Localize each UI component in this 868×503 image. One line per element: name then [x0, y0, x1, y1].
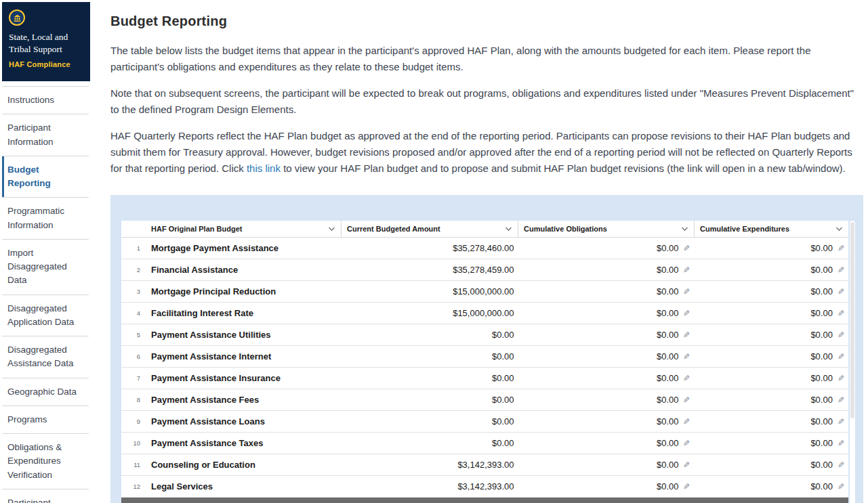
edit-icon[interactable]: ✎	[838, 244, 844, 253]
sidebar-item-budget-reporting[interactable]: Budget Reporting	[2, 156, 89, 198]
edit-icon[interactable]: ✎	[683, 374, 690, 383]
edit-icon[interactable]: ✎	[838, 460, 844, 470]
table-row: 8Payment Assistance Fees$0.00$0.00✎$0.00…	[121, 389, 848, 411]
edit-icon[interactable]: ✎	[683, 439, 690, 448]
app-root: State, Local and Tribal Support HAF Comp…	[0, 0, 868, 503]
table-row: 1Mortgage Payment Assistance$35,278,460.…	[121, 238, 848, 259]
edit-icon[interactable]: ✎	[683, 309, 690, 318]
row-number: 12	[121, 476, 146, 498]
cumulative-obligations-amount: $0.00✎	[518, 476, 695, 498]
edit-icon[interactable]: ✎	[838, 395, 844, 405]
cumulative-expenditures-amount: $0.00✎	[695, 368, 848, 389]
edit-icon[interactable]: ✎	[683, 330, 690, 340]
quarterly-report-paragraph: HAF Quarterly Reports reflect the HAF Pl…	[110, 128, 863, 177]
sidebar-item-instructions[interactable]: Instructions	[2, 86, 89, 114]
budget-item-name: Payment Assistance Internet	[146, 346, 342, 368]
chevron-down-icon[interactable]	[328, 227, 335, 232]
edit-icon[interactable]: ✎	[683, 287, 690, 297]
column-header[interactable]: Current Budgeted Amount	[342, 221, 518, 238]
budget-item-name: Facilitating Interest Rate	[146, 303, 342, 324]
cumulative-expenditures-amount: $0.00✎	[695, 389, 848, 411]
row-number: 11	[121, 454, 146, 476]
table-row: 4Facilitating Interest Rate$15,000,000.0…	[121, 303, 848, 324]
edit-icon[interactable]: ✎	[838, 482, 844, 491]
row-number: 6	[121, 346, 146, 368]
edit-icon[interactable]: ✎	[838, 374, 844, 383]
brand-title: State, Local and Tribal Support	[9, 31, 83, 55]
cumulative-expenditures-amount: $0.00	[695, 498, 848, 503]
edit-icon[interactable]: ✎	[683, 460, 690, 470]
cumulative-expenditures-amount: $0.00✎	[695, 238, 848, 259]
edit-icon[interactable]: ✎	[683, 244, 690, 253]
intro-paragraph: The table below lists the budget items t…	[110, 43, 863, 75]
haf-plan-budget-link[interactable]: this link	[247, 162, 281, 174]
row-number-column-header	[121, 221, 146, 238]
edit-icon[interactable]: ✎	[683, 417, 690, 427]
current-budgeted-amount: $0.00	[342, 433, 518, 454]
current-budgeted-amount: $35,278,460.00	[342, 238, 518, 259]
sidebar-item-disaggregated-assistance-data[interactable]: Disaggregated Assistance Data	[2, 336, 89, 378]
main-content: Budget Reporting The table below lists t…	[90, 0, 868, 503]
sidebar-item-geographic-data[interactable]: Geographic Data	[2, 378, 89, 406]
row-number: 8	[121, 389, 146, 411]
edit-icon[interactable]: ✎	[683, 265, 690, 275]
chevron-down-icon[interactable]	[505, 227, 512, 232]
sidebar-item-disaggregated-application-data[interactable]: Disaggregated Application Data	[2, 295, 89, 337]
budget-table-body: 1Mortgage Payment Assistance$35,278,460.…	[121, 238, 848, 503]
sidebar-item-programs[interactable]: Programs	[2, 406, 89, 434]
subtotal-row: 13Measures Preventing Displacement Subto…	[121, 498, 848, 503]
chevron-down-icon[interactable]	[681, 227, 688, 232]
paragraph-text-after-link: to view your HAF Plan budget and to prop…	[281, 162, 846, 174]
cumulative-obligations-amount: $0.00	[518, 498, 695, 503]
table-row: 5Payment Assistance Utilities$0.00$0.00✎…	[121, 324, 848, 346]
row-number: 10	[121, 433, 146, 454]
row-number: 2	[121, 259, 146, 281]
budget-item-name: Payment Assistance Loans	[146, 411, 342, 433]
edit-icon[interactable]: ✎	[683, 395, 690, 405]
column-header[interactable]: Cumulative Expenditures	[695, 221, 848, 238]
column-header-label: Cumulative Obligations	[524, 225, 607, 233]
budget-table-area: HAF Original Plan BudgetCurrent Budgeted…	[121, 221, 855, 503]
chevron-down-icon[interactable]	[835, 227, 843, 232]
current-budgeted-amount: $0.00	[342, 411, 518, 433]
budget-item-name: Payment Assistance Utilities	[146, 324, 342, 346]
sidebar-item-import-disaggregated-data[interactable]: Import Disaggregated Data	[2, 240, 89, 295]
current-budgeted-amount: $0.00	[342, 368, 518, 389]
budget-item-name: Mortgage Principal Reduction	[146, 281, 342, 303]
edit-icon[interactable]: ✎	[838, 330, 844, 340]
cumulative-obligations-amount: $0.00✎	[518, 303, 695, 324]
edit-icon[interactable]: ✎	[838, 309, 844, 318]
budget-table-panel: HAF Original Plan BudgetCurrent Budgeted…	[110, 195, 863, 503]
column-header[interactable]: Cumulative Obligations	[518, 221, 695, 238]
edit-icon[interactable]: ✎	[838, 287, 844, 297]
current-budgeted-amount: $0.00	[342, 324, 518, 346]
edit-icon[interactable]: ✎	[683, 482, 690, 491]
treasury-seal-icon	[9, 9, 25, 26]
budget-item-name: Financial Assistance	[146, 259, 342, 281]
cumulative-expenditures-amount: $0.00✎	[695, 433, 848, 454]
sidebar-item-obligations-expenditures-verification[interactable]: Obligations & Expenditures Verification	[2, 434, 89, 489]
budget-table-container: HAF Original Plan BudgetCurrent Budgeted…	[121, 221, 848, 503]
current-budgeted-amount: $15,000,000.00	[342, 303, 518, 324]
sidebar: State, Local and Tribal Support HAF Comp…	[0, 0, 90, 503]
table-row: 9Payment Assistance Loans$0.00$0.00✎$0.0…	[121, 411, 848, 433]
row-number: 9	[121, 411, 146, 433]
cumulative-obligations-amount: $0.00✎	[518, 368, 695, 389]
edit-icon[interactable]: ✎	[838, 417, 844, 427]
edit-icon[interactable]: ✎	[838, 439, 844, 448]
sidebar-item-programmatic-information[interactable]: Programmatic Information	[2, 198, 89, 240]
sidebar-item-participant[interactable]: Participant	[2, 489, 89, 503]
sidebar-item-participant-information[interactable]: Participant Information	[2, 114, 89, 156]
cumulative-expenditures-amount: $0.00✎	[695, 303, 848, 324]
edit-icon[interactable]: ✎	[683, 352, 690, 362]
page-title: Budget Reporting	[110, 14, 863, 29]
column-header[interactable]: HAF Original Plan Budget	[146, 221, 342, 238]
table-row: 3Mortgage Principal Reduction$15,000,000…	[121, 281, 848, 303]
edit-icon[interactable]: ✎	[838, 352, 844, 362]
current-budgeted-amount: $0.00	[342, 346, 518, 368]
edit-icon[interactable]: ✎	[838, 265, 844, 275]
current-budgeted-amount: $3,142,393.00	[342, 454, 518, 476]
scrollbar-thumb[interactable]	[850, 222, 854, 418]
table-scrollbar[interactable]	[850, 221, 855, 503]
cumulative-obligations-amount: $0.00✎	[518, 389, 695, 411]
